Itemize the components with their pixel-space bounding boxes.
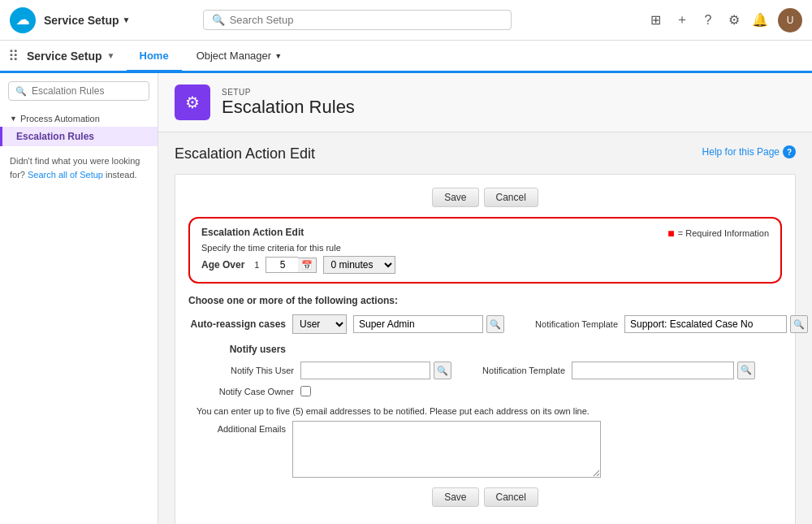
- notify-this-user-lookup-icon[interactable]: 🔍: [434, 362, 451, 379]
- auto-reassign-template-input[interactable]: [624, 315, 787, 333]
- notify-template-lookup-icon[interactable]: 🔍: [737, 362, 755, 379]
- sidebar-help: Didn't find what you were looking for? S…: [0, 146, 158, 189]
- user-input-group: 🔍: [353, 315, 504, 333]
- required-star: ■: [667, 227, 674, 240]
- required-info: ■ = Required Information: [667, 227, 769, 240]
- notify-notification-label: Notification Template: [468, 366, 565, 375]
- bell-icon[interactable]: 🔔: [752, 12, 768, 28]
- bottom-cancel-button[interactable]: Cancel: [484, 487, 538, 507]
- bottom-save-button[interactable]: Save: [432, 487, 478, 507]
- notify-this-user-input[interactable]: [300, 362, 430, 379]
- settings-icon[interactable]: ⚙: [726, 12, 742, 28]
- search-icon: 🔍: [212, 14, 225, 26]
- sidebar-section-chevron-icon: ▼: [10, 115, 17, 123]
- escalation-box: Escalation Action Edit Specify the time …: [188, 217, 782, 284]
- auto-reassign-right: Notification Template 🔍: [520, 315, 808, 333]
- object-manager-chevron-icon: ▼: [274, 52, 282, 60]
- sidebar-item-escalation-rules[interactable]: Escalation Rules: [0, 127, 158, 146]
- auto-reassign-label: Auto-reassign cases: [188, 318, 286, 330]
- apps-icon[interactable]: ⠿: [8, 47, 19, 65]
- form-container: Save Cancel Escalation Action Edit Speci…: [175, 174, 796, 524]
- additional-emails-label: Additional Emails: [188, 424, 286, 434]
- secondary-chevron-icon[interactable]: ▼: [107, 51, 115, 60]
- escalation-box-title: Escalation Action Edit: [201, 227, 395, 238]
- age-over-number: 1: [254, 260, 259, 270]
- criteria-row: Age Over 1 📅 0 minutes 30 minutes 1 hour: [201, 256, 395, 274]
- top-save-button[interactable]: Save: [432, 188, 478, 207]
- auto-reassign-left: Auto-reassign cases User Queue 🔍: [188, 314, 504, 334]
- plus-icon[interactable]: ＋: [674, 12, 690, 28]
- auto-reassign-row: Auto-reassign cases User Queue 🔍 N: [188, 314, 782, 334]
- required-info-label: = Required Information: [678, 228, 769, 238]
- help-icon[interactable]: ?: [700, 12, 716, 28]
- top-cancel-button[interactable]: Cancel: [484, 188, 538, 207]
- tab-home-label: Home: [140, 50, 169, 62]
- secondary-app-name: Service Setup: [27, 50, 102, 63]
- notify-template-input[interactable]: [572, 362, 734, 379]
- actions-label: Choose one or more of the following acti…: [188, 295, 782, 306]
- sidebar-help-link[interactable]: Search all of Setup: [28, 170, 103, 180]
- sidebar-search: 🔍: [8, 81, 149, 101]
- main-content: ⚙ SETUP Escalation Rules Help for this P…: [158, 73, 812, 524]
- auto-reassign-template-lookup-icon[interactable]: 🔍: [790, 315, 808, 333]
- notify-this-user-label: Notify This User: [197, 366, 294, 375]
- app-name-label: Service Setup: [44, 14, 119, 27]
- app-chevron-icon: ▼: [123, 15, 131, 24]
- notify-template-group: 🔍: [572, 362, 755, 379]
- additional-emails-textarea[interactable]: [292, 421, 601, 478]
- notify-case-owner-label: Notify Case Owner: [197, 387, 294, 396]
- user-type-select[interactable]: User Queue: [292, 314, 347, 334]
- help-link[interactable]: Help for this Page ?: [702, 145, 796, 158]
- user-input[interactable]: [353, 315, 483, 333]
- search-bar: 🔍: [203, 10, 512, 30]
- additional-emails-section: You can enter up to five (5) email addre…: [188, 406, 782, 478]
- help-link-label: Help for this Page: [702, 146, 780, 158]
- top-nav-right: ⊞ ＋ ? ⚙ 🔔 U: [648, 8, 802, 32]
- setup-label: SETUP: [222, 88, 355, 97]
- sidebar-section-process-automation[interactable]: ▼ Process Automation: [0, 109, 158, 127]
- sidebar-help-after: instead.: [106, 170, 137, 180]
- auto-reassign-section: Auto-reassign cases User Queue 🔍 N: [188, 314, 782, 334]
- email-row: Additional Emails: [188, 421, 782, 478]
- notify-users-left: Notify users Notify This User 🔍: [188, 344, 451, 396]
- app-name-area[interactable]: Service Setup ▼: [44, 14, 131, 27]
- criteria-sub-label: Specify the time criteria for this rule: [201, 243, 395, 253]
- salesforce-logo[interactable]: ☁: [10, 7, 36, 33]
- notify-this-user-group: 🔍: [300, 362, 451, 379]
- bottom-button-row: Save Cancel: [188, 487, 782, 507]
- main-layout: 🔍 ▼ Process Automation Escalation Rules …: [0, 73, 812, 524]
- help-question-icon: ?: [783, 145, 796, 158]
- page-header-text: SETUP Escalation Rules: [222, 88, 355, 118]
- user-lookup-icon[interactable]: 🔍: [486, 315, 504, 333]
- secondary-nav: ⠿ Service Setup ▼ Home Object Manager ▼: [0, 41, 812, 73]
- page-header-icon: ⚙: [175, 84, 210, 120]
- page-header: ⚙ SETUP Escalation Rules: [158, 73, 812, 132]
- age-over-input-group: 📅: [266, 257, 317, 273]
- sidebar-search-icon: 🔍: [15, 86, 27, 97]
- notify-case-owner-checkbox[interactable]: [300, 386, 311, 396]
- notify-users-section: Notify users Notify This User 🔍: [188, 344, 782, 396]
- sidebar-section-label-text: Process Automation: [20, 114, 100, 123]
- content-area: Help for this Page ? Escalation Action E…: [158, 132, 812, 524]
- grid-icon[interactable]: ⊞: [648, 12, 664, 28]
- minutes-select[interactable]: 0 minutes 30 minutes 1 hour 2 hours 4 ho…: [323, 256, 395, 274]
- auto-reassign-template-group: 🔍: [624, 315, 808, 333]
- age-over-label: Age Over: [201, 259, 244, 271]
- top-button-row: Save Cancel: [188, 188, 782, 207]
- tab-object-manager[interactable]: Object Manager ▼: [184, 41, 295, 72]
- sidebar-search-input[interactable]: [32, 85, 142, 97]
- sidebar: 🔍 ▼ Process Automation Escalation Rules …: [0, 73, 158, 524]
- age-over-input[interactable]: [266, 257, 298, 273]
- page-title: Escalation Rules: [222, 97, 355, 118]
- auto-reassign-notification-label: Notification Template: [520, 319, 618, 329]
- top-nav: ☁ Service Setup ▼ 🔍 ⊞ ＋ ? ⚙ 🔔 U: [0, 0, 812, 41]
- age-over-calendar-icon[interactable]: 📅: [298, 258, 317, 273]
- avatar[interactable]: U: [778, 8, 802, 32]
- tab-home[interactable]: Home: [127, 41, 182, 72]
- search-input[interactable]: [230, 14, 503, 26]
- sidebar-item-escalation-rules-label: Escalation Rules: [16, 131, 94, 142]
- email-note: You can enter up to five (5) email addre…: [197, 406, 782, 416]
- notify-users-row: Notify users Notify This User 🔍: [188, 344, 782, 396]
- notify-users-right: Notification Template 🔍: [468, 362, 755, 379]
- notify-users-label: Notify users: [188, 344, 286, 355]
